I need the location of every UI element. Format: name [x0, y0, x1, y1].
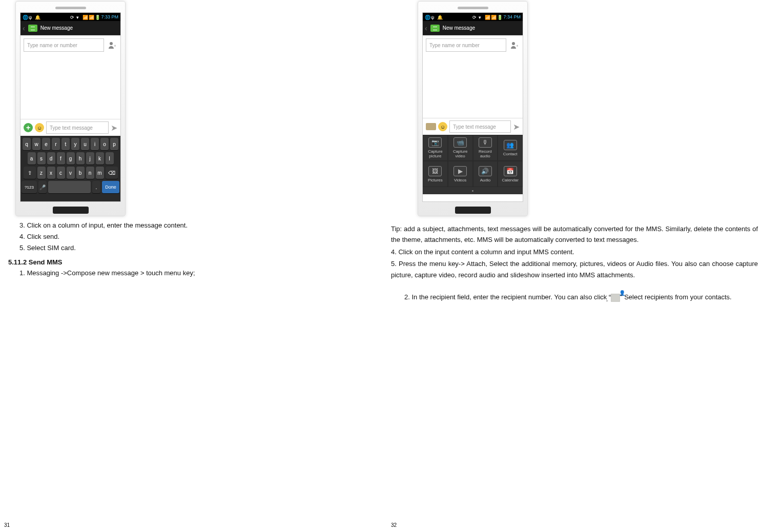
key-j[interactable]: j — [86, 152, 94, 165]
message-input[interactable]: Type text message — [46, 121, 109, 134]
recipient-input[interactable]: Type name or number — [426, 38, 506, 52]
home-button[interactable] — [455, 207, 491, 214]
period-key[interactable]: . — [92, 181, 100, 193]
key-e[interactable]: e — [42, 138, 50, 150]
add-contact-icon[interactable]: + — [107, 40, 117, 50]
attach-audio[interactable]: 🔊Audio — [473, 161, 498, 187]
symbols-key[interactable]: ?123 — [22, 181, 37, 193]
mms-step-4: 4. Click on the input content a column a… — [391, 247, 758, 257]
attach-label: Audio — [480, 178, 490, 182]
done-key[interactable]: Done — [102, 181, 119, 193]
key-k[interactable]: k — [96, 152, 104, 165]
key-m[interactable]: m — [96, 167, 104, 179]
back-icon[interactable]: ‹ — [23, 24, 25, 32]
key-c[interactable]: c — [57, 167, 65, 179]
svg-point-0 — [110, 42, 113, 45]
key-v[interactable]: v — [67, 167, 75, 179]
key-s[interactable]: s — [37, 152, 46, 165]
space-key[interactable] — [48, 181, 91, 193]
key-t[interactable]: t — [61, 138, 70, 150]
add-contact-icon[interactable]: + — [509, 40, 520, 50]
attach-capture-picture[interactable]: 📷Capture picture — [423, 135, 448, 161]
sync-icon: ⟳ — [472, 15, 477, 19]
signal2-icon: 📶 — [89, 15, 93, 19]
mic-key[interactable]: 🎤 — [38, 181, 47, 193]
home-button[interactable] — [53, 207, 89, 214]
key-u[interactable]: u — [81, 138, 89, 150]
capture-picture-icon: 📷 — [428, 137, 442, 148]
key-y[interactable]: y — [71, 138, 79, 150]
phone-screen: 🌐 ψ 🔔 ⟳ ▾ 📶 📶 🔋 7:33 PM ‹ New message — [20, 12, 121, 202]
send-icon[interactable]: ➤ — [111, 123, 117, 133]
step-5: 5. Select SIM card. — [19, 243, 376, 253]
phone-speaker — [458, 7, 488, 9]
message-icon — [430, 25, 440, 32]
psi-icon: ψ — [29, 15, 33, 19]
key-a[interactable]: a — [28, 152, 36, 165]
battery-icon: 🔋 — [95, 15, 99, 19]
attach-videos[interactable]: ▶Videos — [448, 161, 473, 187]
status-bar: 🌐 ψ 🔔 ⟳ ▾ 📶 📶 🔋 7:33 PM — [20, 13, 120, 21]
phone-mockup-left: 🌐 ψ 🔔 ⟳ ▾ 📶 📶 🔋 7:33 PM ‹ New message — [15, 1, 126, 216]
app-bar: ‹ New message — [20, 21, 120, 35]
signal-icon: 📶 — [485, 15, 489, 19]
key-o[interactable]: o — [100, 138, 109, 150]
key-d[interactable]: d — [47, 152, 55, 165]
svg-text:+: + — [516, 44, 519, 48]
status-time: 7:34 PM — [503, 14, 521, 19]
key-i[interactable]: i — [91, 138, 99, 150]
attach-label: Capture video — [448, 149, 472, 158]
attach-label: Pictures — [428, 178, 443, 182]
globe-icon: 🌐 — [425, 15, 429, 19]
key-x[interactable]: x — [47, 167, 55, 179]
attach-record-audio[interactable]: 🎙Record audio — [473, 135, 498, 161]
attach-pager-dots: • — [423, 187, 523, 194]
attach-label: Capture picture — [423, 149, 447, 158]
emoji-icon[interactable]: ☺ — [35, 123, 44, 132]
globe-icon: 🌐 — [23, 15, 27, 19]
add-attachment-icon[interactable]: + — [24, 123, 33, 132]
attach-label: Record audio — [473, 149, 498, 158]
calendar-icon: 📅 — [504, 166, 517, 176]
key-l[interactable]: l — [106, 152, 114, 165]
attach-calendar[interactable]: 📅Calendar — [498, 161, 523, 187]
attachment-grid: 📷Capture picture📹Capture video🎙Record au… — [423, 135, 523, 194]
mms-step-1: 1. Messaging ->Compose new message > tou… — [19, 268, 376, 278]
key-h[interactable]: h — [76, 152, 85, 165]
key-f[interactable]: f — [57, 152, 65, 165]
step-3: 3. Click on a column of input, enter the… — [19, 220, 376, 231]
back-icon[interactable]: ‹ — [425, 24, 427, 32]
pictures-icon: 🖼 — [428, 166, 442, 176]
key-w[interactable]: w — [32, 138, 40, 150]
key-b[interactable]: b — [76, 167, 85, 179]
inline-add-contact-icon: 👤⁺ — [611, 294, 620, 302]
recipient-input[interactable]: Type name or number — [24, 38, 104, 52]
message-input[interactable]: Type text message — [449, 120, 511, 133]
key-g[interactable]: g — [67, 152, 75, 165]
phone-mockup-right: 🌐 ψ 🔔 ⟳ ▾ 📶 📶 🔋 7:34 PM ‹ New message — [418, 1, 528, 216]
backspace-key[interactable]: ⌫ — [106, 167, 118, 179]
attach-contact[interactable]: 👥Contact — [498, 135, 523, 161]
keyboard-row-3-letters: zxcvbnm — [37, 167, 104, 179]
mms-attach-icon[interactable] — [426, 123, 436, 130]
emoji-icon[interactable]: ☺ — [438, 122, 447, 131]
capture-video-icon: 📹 — [453, 137, 467, 148]
attach-capture-video[interactable]: 📹Capture video — [448, 135, 473, 161]
phone-speaker — [55, 7, 86, 9]
key-p[interactable]: p — [110, 138, 118, 150]
shift-key[interactable]: ⇧ — [24, 167, 36, 179]
contact-icon: 👥 — [504, 140, 517, 150]
mms-step-5: 5. Press the menu key-> Attach, Select t… — [391, 258, 758, 280]
record-audio-icon: 🎙 — [479, 137, 492, 148]
key-q[interactable]: q — [23, 138, 31, 150]
status-time: 7:33 PM — [101, 14, 118, 19]
attach-pictures[interactable]: 🖼Pictures — [423, 161, 448, 187]
send-icon[interactable]: ➤ — [513, 122, 520, 132]
key-n[interactable]: n — [86, 167, 94, 179]
psi-icon: ψ — [431, 15, 436, 19]
keyboard[interactable]: qwertyuiop asdfghjkl ⇧ zxcvbnm ⌫ ?123 🎤 … — [20, 136, 120, 201]
page-number-left: 31 — [4, 522, 10, 528]
attach-label: Videos — [454, 178, 466, 182]
key-r[interactable]: r — [52, 138, 60, 150]
key-z[interactable]: z — [37, 167, 46, 179]
